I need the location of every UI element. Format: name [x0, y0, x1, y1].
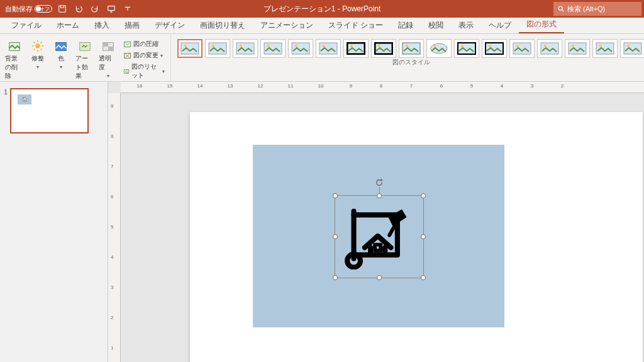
picture-style-1[interactable]: [205, 39, 230, 58]
svg-rect-37: [513, 43, 531, 54]
svg-point-14: [184, 45, 187, 47]
search-placeholder: 検索 (Alt+Q): [567, 4, 605, 14]
picture-style-7[interactable]: [371, 39, 396, 58]
picture-style-15[interactable]: [592, 39, 618, 58]
corrections-button[interactable]: 修整: [27, 38, 48, 71]
picture-style-4[interactable]: [288, 39, 313, 58]
change-picture-button[interactable]: 図の変更: [121, 50, 167, 60]
slide-thumbnail-panel: 1 🏠: [0, 82, 108, 362]
autosave-label: 自動保存: [5, 4, 33, 14]
save-button[interactable]: [56, 3, 69, 15]
tab-11[interactable]: ヘルプ: [481, 18, 519, 33]
style-preview-icon: [540, 42, 559, 55]
artistic-effects-button[interactable]: アート効果: [74, 38, 95, 89]
style-preview-icon: [568, 42, 587, 55]
picture-style-8[interactable]: [399, 39, 424, 58]
svg-rect-19: [264, 43, 282, 54]
picture-style-14[interactable]: [565, 39, 590, 58]
change-picture-icon: [123, 52, 131, 60]
svg-point-18: [240, 45, 242, 47]
reset-icon: [123, 67, 130, 76]
svg-point-22: [295, 45, 297, 47]
style-preview-icon: [374, 42, 393, 55]
style-preview-icon: [236, 42, 255, 55]
style-preview-icon: [596, 42, 614, 55]
resize-handle-right[interactable]: [421, 234, 426, 239]
svg-rect-33: [458, 43, 475, 54]
thumbnail-content-icon: 🏠: [18, 94, 31, 105]
svg-rect-1: [108, 6, 115, 11]
tab-12[interactable]: 図の形式: [519, 16, 564, 33]
svg-rect-27: [375, 43, 392, 54]
autosave-toggle[interactable]: 自動保存 オフ: [5, 4, 52, 14]
slide-thumbnail[interactable]: 1 🏠: [0, 88, 108, 133]
svg-point-20: [267, 45, 270, 47]
picture-style-10[interactable]: [454, 39, 479, 58]
search-box[interactable]: 検索 (Alt+Q): [553, 2, 641, 16]
picture-style-13[interactable]: [537, 39, 562, 58]
resize-handle-left[interactable]: [333, 234, 338, 239]
style-preview-icon: [402, 42, 421, 55]
tab-3[interactable]: 描画: [117, 18, 147, 33]
picture-style-16[interactable]: [620, 39, 644, 58]
tab-5[interactable]: 画面切り替え: [192, 18, 253, 33]
style-preview-icon: [457, 42, 476, 55]
svg-rect-15: [209, 43, 226, 54]
ribbon: 背景の削除 修整 色 アート効果 透明度 図の圧縮 図の変更 図のリセット: [0, 34, 644, 82]
resize-handle-top[interactable]: [377, 193, 382, 198]
tab-7[interactable]: スライド ショー: [321, 18, 391, 33]
svg-rect-43: [596, 43, 614, 54]
compress-icon: [123, 40, 131, 48]
svg-rect-39: [541, 43, 558, 54]
resize-handle-top-right[interactable]: [421, 193, 426, 198]
ribbon-group-adjust: 背景の削除 修整 色 アート効果 透明度 図の圧縮 図の変更 図のリセット: [0, 34, 171, 81]
styles-group-label: 図のスタイル: [175, 58, 644, 68]
resize-handle-bottom-right[interactable]: [421, 275, 426, 280]
style-preview-icon: [180, 42, 199, 55]
picture-style-5[interactable]: [316, 39, 341, 58]
picture-style-9[interactable]: [426, 39, 452, 58]
svg-point-32: [433, 45, 436, 47]
svg-point-26: [350, 45, 353, 47]
compress-picture-button[interactable]: 図の圧縮: [121, 39, 167, 49]
svg-rect-13: [181, 43, 199, 54]
svg-rect-9: [108, 47, 113, 50]
redo-button[interactable]: [89, 3, 101, 15]
tab-9[interactable]: 校閲: [421, 18, 451, 33]
remove-background-icon: [8, 39, 21, 53]
resize-handle-bottom[interactable]: [377, 275, 382, 280]
style-preview-icon: [430, 42, 448, 55]
svg-rect-17: [236, 43, 254, 54]
resize-handle-bottom-left[interactable]: [333, 275, 338, 280]
picture-style-6[interactable]: [343, 39, 369, 58]
tab-8[interactable]: 記録: [391, 18, 421, 33]
transparency-button[interactable]: 透明度: [97, 38, 118, 80]
style-preview-icon: [485, 42, 504, 55]
tab-6[interactable]: アニメーション: [253, 18, 321, 33]
work-area: 1 🏠 1615141312111098765432 987654321: [0, 82, 644, 362]
start-from-beginning-button[interactable]: [105, 3, 118, 15]
picture-style-0[interactable]: [177, 39, 203, 58]
tab-2[interactable]: 挿入: [87, 18, 117, 33]
rotate-handle[interactable]: [375, 178, 384, 187]
resize-handle-top-left[interactable]: [333, 193, 338, 198]
color-button[interactable]: 色: [51, 38, 72, 71]
tab-1[interactable]: ホーム: [49, 18, 87, 33]
tab-10[interactable]: 表示: [451, 18, 481, 33]
slide-canvas-area[interactable]: 1615141312111098765432 987654321: [108, 82, 644, 362]
svg-point-28: [378, 45, 380, 47]
tab-0[interactable]: ファイル: [4, 18, 49, 33]
brightness-icon: [31, 39, 45, 53]
undo-button[interactable]: [72, 3, 85, 15]
remove-background-button[interactable]: 背景の削除: [4, 38, 25, 82]
reset-picture-button[interactable]: 図のリセット: [121, 62, 167, 81]
picture-style-3[interactable]: [260, 39, 286, 58]
tab-4[interactable]: デザイン: [147, 18, 192, 33]
qat-customize-button[interactable]: [121, 3, 134, 15]
selection-box[interactable]: [335, 195, 424, 278]
picture-style-12[interactable]: [509, 39, 535, 58]
picture-style-2[interactable]: [233, 39, 258, 58]
picture-style-gallery[interactable]: [175, 35, 644, 58]
picture-style-11[interactable]: [482, 39, 507, 58]
slide-thumbnail-preview: 🏠: [10, 88, 89, 133]
